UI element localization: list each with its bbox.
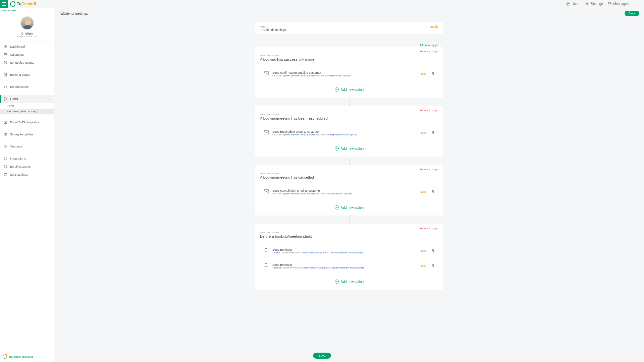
- workflow-content: Alias: TuCalendi mettings Modify Add new…: [255, 22, 443, 290]
- action-title: Send cancellation email to customer: [272, 189, 418, 192]
- page-header: TuCalendi mettings Back: [54, 8, 644, 19]
- add-new-action-button[interactable]: + Add new action: [260, 275, 438, 285]
- modify-link[interactable]: Modify: [429, 25, 438, 28]
- messages-link[interactable]: Messages: [607, 2, 629, 6]
- trigger-title: A booking has successfully made: [260, 57, 438, 61]
- sidebar-item-workflows[interactable]: Workflows (after booking): [0, 109, 54, 114]
- avatar: [20, 16, 34, 30]
- sidebar-item-scheduled-events[interactable]: Scheduled events: [0, 59, 54, 67]
- trigger-title: Before a booking/meeting starts: [260, 234, 438, 238]
- mail-icon: [264, 130, 269, 136]
- sidebar-item-survey[interactable]: Survey templates: [0, 130, 54, 138]
- delete-action-button[interactable]: [431, 264, 435, 268]
- more-menu[interactable]: ⋮: [633, 1, 641, 7]
- sidebar-item-calendars[interactable]: Calendars: [0, 51, 54, 59]
- sidebar-item-booking-pages[interactable]: Booking pages: [0, 71, 54, 79]
- action-title: Send reminder: [272, 263, 418, 266]
- remove-trigger-link[interactable]: Remove trigger: [260, 109, 438, 112]
- action-row: Send confirmation email to customer send…: [260, 68, 438, 80]
- mail-icon: [264, 71, 269, 77]
- alias-value: TuCalendi mettings: [260, 28, 286, 32]
- trigger-title: A booking/meeting has cancelled: [260, 175, 438, 179]
- chevron-down-icon: ⌄: [48, 121, 51, 124]
- settings-link[interactable]: Settings: [585, 2, 603, 6]
- action-desc: send with system standard email address …: [272, 74, 418, 77]
- when-label: When this happen: [260, 54, 438, 57]
- main: TuCalendi mettings Back Alias: TuCalendi…: [54, 8, 644, 362]
- delete-action-button[interactable]: [431, 249, 435, 253]
- edit-action-link[interactable]: Edit: [421, 249, 426, 252]
- chevron-down-icon: ⌄: [48, 98, 51, 101]
- action-row: Send reminder 1 Day(s) before event with…: [260, 245, 438, 257]
- plus-icon: +: [335, 205, 339, 209]
- delete-action-button[interactable]: [431, 190, 435, 194]
- add-new-action-button[interactable]: + Add new action: [260, 201, 438, 211]
- sidebar: Simple view Cristian info@tucalendi.com …: [0, 8, 54, 362]
- sidebar-item-forms[interactable]: Forms: [0, 103, 54, 109]
- page-title: TuCalendi mettings: [59, 12, 88, 15]
- simple-view-toggle[interactable]: Simple view: [0, 8, 54, 13]
- delete-action-button[interactable]: [431, 131, 435, 135]
- bell-icon: [264, 248, 269, 254]
- trigger-connector: [349, 216, 350, 224]
- plus-icon: +: [335, 87, 339, 92]
- bell-icon: [264, 263, 269, 269]
- settings-label: Settings: [591, 2, 603, 6]
- mail-icon: [264, 189, 269, 195]
- action-row: Send reminder 1 Hour(s) before event wit…: [260, 260, 438, 272]
- users-label: Users: [572, 2, 580, 6]
- profile-name: Cristian: [21, 32, 33, 35]
- plus-icon: +: [335, 280, 339, 284]
- when-label: When this happen: [260, 172, 438, 175]
- users-link[interactable]: Users: [566, 2, 580, 6]
- hamburger-menu[interactable]: [0, 0, 8, 8]
- trigger-card: Remove trigger When this happen Before a…: [255, 224, 443, 290]
- sidebar-item-flows[interactable]: Flows⌄: [0, 95, 54, 103]
- action-row: Send cancellation email to customer send…: [260, 186, 438, 198]
- sidebar-item-templates[interactable]: Email/SMS templates⌄: [0, 118, 54, 126]
- remove-trigger-link[interactable]: Remove trigger: [260, 227, 438, 230]
- nav: Dashboard Calendars Scheduled events Boo…: [0, 42, 54, 351]
- edit-action-link[interactable]: Edit: [421, 264, 426, 267]
- trigger-card: Remove trigger When this happen A bookin…: [255, 165, 443, 216]
- action-desc: send with system standard email address …: [272, 133, 418, 136]
- gear-icon: [585, 2, 589, 6]
- topbar: TuCalendi Users Settings Messages ⋮: [0, 0, 644, 8]
- save-button[interactable]: Save: [313, 353, 331, 359]
- trigger-card: Remove trigger When this happen A bookin…: [255, 106, 443, 157]
- mail-icon: [607, 2, 612, 6]
- sidebar-item-sms-settings[interactable]: SMS settings: [0, 171, 54, 179]
- remove-trigger-link[interactable]: Remove trigger: [260, 50, 438, 53]
- edit-action-link[interactable]: Edit: [421, 190, 426, 193]
- alias-label: Alias:: [260, 25, 286, 28]
- sidebar-item-embed-codes[interactable]: Embed codes: [0, 83, 54, 91]
- brand-icon: [10, 1, 15, 7]
- profile[interactable]: Cristian info@tucalendi.com: [0, 13, 54, 42]
- edit-action-link[interactable]: Edit: [421, 72, 426, 75]
- brand-logo[interactable]: TuCalendi: [10, 1, 36, 7]
- add-new-trigger-link[interactable]: Add new trigger: [255, 42, 443, 47]
- when-label: When this happen: [260, 231, 438, 234]
- sidebar-item-coupons[interactable]: Coupons: [0, 142, 54, 150]
- sidebar-item-integrations[interactable]: Integrations: [0, 155, 54, 163]
- back-button[interactable]: Back: [625, 11, 639, 16]
- trigger-connector: [349, 98, 350, 106]
- users-icon: [566, 2, 570, 6]
- action-title: Send reminder: [272, 248, 418, 251]
- sidebar-item-dashboard[interactable]: Dashboard: [0, 43, 54, 51]
- trigger-title: A booking/meeting has been rescheduled: [260, 116, 438, 120]
- action-row: Send reschedule email to customer send w…: [260, 127, 438, 139]
- add-new-action-button[interactable]: + Add new action: [260, 83, 438, 93]
- messages-label: Messages: [613, 2, 629, 6]
- edit-action-link[interactable]: Edit: [421, 131, 426, 134]
- profile-email: info@tucalendi.com: [17, 35, 38, 38]
- add-new-action-button[interactable]: + Add new action: [260, 142, 438, 152]
- delete-action-button[interactable]: [431, 72, 435, 76]
- remove-trigger-link[interactable]: Remove trigger: [260, 168, 438, 171]
- sidebar-item-email-accounts[interactable]: Email accounts: [0, 163, 54, 171]
- action-desc: 1 Day(s) before event with 1º Recordator…: [272, 251, 418, 254]
- trigger-card: Remove trigger When this happen A bookin…: [255, 47, 443, 98]
- brand-text: TuCalendi: [17, 2, 36, 6]
- sidebar-footer-packages[interactable]: TuCalendi packages: [0, 351, 54, 362]
- action-title: Send confirmation email to customer: [272, 71, 418, 74]
